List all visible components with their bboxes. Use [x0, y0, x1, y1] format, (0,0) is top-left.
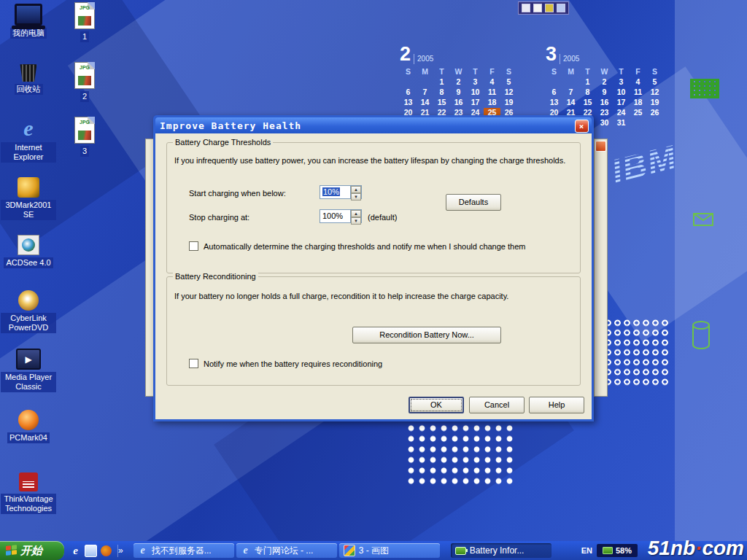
dialog-titlebar[interactable]: Improve Battery Health × [155, 117, 592, 133]
taskbar-task[interactable]: e找不到服务器... [133, 543, 234, 558]
calendar-day-header: W [450, 67, 467, 77]
windows-flag-icon [6, 545, 17, 556]
calendar-day: 23 [596, 108, 613, 118]
calendar-day-header: F [484, 67, 500, 77]
language-bar[interactable] [518, 1, 569, 15]
battery-indicator[interactable]: 58% [597, 544, 638, 557]
task-label: 找不到服务器... [152, 545, 212, 557]
close-icon[interactable]: × [575, 120, 589, 133]
cylinder-icon [692, 321, 711, 350]
task-label: 3 - 画图 [359, 545, 389, 557]
solid-dots-pattern [406, 423, 516, 486]
options-icon[interactable] [545, 4, 554, 12]
acdsee-icon [18, 235, 39, 255]
pen-icon[interactable] [533, 4, 542, 12]
calendar-day [417, 77, 433, 88]
media-icon[interactable] [101, 545, 112, 556]
calendar-month: 3 [546, 44, 557, 64]
desktop-icon-my-computer[interactable]: 我的电脑 [1, 4, 56, 39]
calendar-day-header: T [433, 67, 450, 77]
calendar-day: 1 [579, 77, 596, 88]
reconditioning-description: If your battery no longer holds a full c… [174, 292, 574, 300]
calendar-day: 16 [596, 98, 613, 108]
calendar-day-header: W [596, 67, 613, 77]
taskbar-task[interactable]: Battery Infor... [451, 543, 551, 558]
calendar-day: 10 [467, 88, 484, 98]
spin-up-icon[interactable]: ▲ [351, 186, 361, 193]
calendar-day: 9 [596, 88, 613, 98]
ok-button[interactable]: OK [409, 397, 464, 413]
spin-up-icon[interactable]: ▲ [351, 210, 361, 217]
chevron-icon[interactable]: » [118, 545, 123, 556]
calendar-day: 2 [596, 77, 613, 88]
envelope-icon [693, 213, 713, 226]
start-charging-value[interactable]: 10% [320, 186, 350, 198]
defaults-button[interactable]: Defaults [446, 194, 501, 211]
desktop: IBM 22005SMTWTFS123456789101112131415161… [0, 0, 747, 560]
desktop-icon-label: 1 [80, 31, 89, 42]
calendar-day: 13 [546, 98, 562, 108]
desktop-icon-jpg-file[interactable]: JPG2 [57, 62, 112, 102]
calendar-day: 18 [630, 98, 646, 108]
calendar-day: 17 [613, 98, 630, 108]
calendar-day: 19 [646, 98, 663, 108]
calendar-day [646, 118, 663, 128]
desktop-icon-jpg-file[interactable]: JPG3 [57, 117, 112, 157]
help-button[interactable]: Help [529, 397, 584, 413]
pcmark04-icon [18, 410, 39, 430]
start-charging-spinner[interactable]: 10% ▲ ▼ [320, 185, 362, 199]
desktop-icon-recycle-bin[interactable]: 回收站 [1, 62, 56, 95]
desktop-icon-mpc[interactable]: ▶Media Player Classic [1, 349, 56, 392]
calendar-day: 26 [646, 108, 663, 118]
desktop-icon-internet-explorer[interactable]: eInternet Explorer [1, 117, 56, 163]
auto-determine-checkbox[interactable] [189, 241, 198, 251]
background-window-right-edge [594, 139, 608, 397]
taskbar-task[interactable]: 3 - 画图 [339, 543, 440, 558]
desktop-icon-label: Internet Explorer [1, 142, 56, 163]
desktop-icon-jpg-file[interactable]: JPG1 [57, 2, 112, 42]
language-indicator[interactable]: EN [581, 546, 592, 555]
desktop-icon-label: Media Player Classic [1, 372, 56, 392]
start-charging-label: Start charging when below: [189, 189, 286, 198]
calendar-day-header: T [467, 67, 484, 77]
task-label: Battery Infor... [470, 545, 525, 556]
calendar-day: 16 [450, 98, 467, 108]
calendar-day-header: S [646, 67, 663, 77]
stop-charging-value[interactable]: 100% [320, 210, 350, 222]
calendar-day: 25 [630, 108, 646, 118]
my-computer-icon [15, 4, 42, 26]
desktop-icon-thinkvantage[interactable]: ThinkVantage Technologies [1, 472, 56, 514]
desktop-icon-acdsee[interactable]: ACDSee 4.0 [1, 235, 56, 268]
stop-charging-spinner[interactable]: 100% ▲ ▼ [320, 209, 362, 223]
start-label: 开始 [20, 544, 42, 558]
start-button[interactable]: 开始 [0, 541, 64, 560]
calendar-day: 9 [450, 88, 467, 98]
calendar-day: 19 [500, 98, 517, 108]
spin-down-icon[interactable]: ▼ [351, 217, 361, 225]
keyboard-icon[interactable] [557, 4, 565, 12]
ie-icon: e [241, 545, 251, 556]
desktop-icon-3dmark2001[interactable]: 3DMark2001 SE [1, 177, 56, 220]
calendar-day: 12 [646, 88, 663, 98]
taskbar-task[interactable]: e专门网论坛 - ... [236, 543, 337, 558]
task-buttons: e找不到服务器...e专门网论坛 - ...3 - 画图Battery Info… [133, 543, 551, 558]
recondition-battery-button[interactable]: Recondition Battery Now... [352, 327, 501, 343]
thresholds-description: If you infrequently use battery power, y… [174, 156, 574, 165]
desktop-icon-pcmark04[interactable]: PCMark04 [1, 410, 56, 443]
background-window-close-icon[interactable] [595, 141, 606, 152]
spin-down-icon[interactable]: ▼ [351, 193, 361, 201]
notify-reconditioning-label: Notify me when the battery requires reco… [204, 359, 382, 368]
keypad-grid-icon [690, 79, 719, 98]
quick-launch: e [64, 545, 118, 557]
input-icon[interactable] [522, 4, 530, 12]
show-desktop-icon[interactable] [85, 545, 97, 557]
notify-reconditioning-checkbox[interactable] [189, 359, 198, 368]
ie-icon[interactable]: e [70, 545, 81, 556]
battery-icon [455, 547, 466, 555]
desktop-icon-label: CyberLink PowerDVD [1, 313, 56, 333]
calendar-day: 6 [400, 88, 417, 98]
task-label: 专门网论坛 - ... [255, 545, 314, 557]
cancel-button[interactable]: Cancel [469, 397, 525, 413]
desktop-icon-powerdvd[interactable]: CyberLink PowerDVD [1, 290, 56, 333]
desktop-icon-label: 我的电脑 [10, 28, 47, 39]
